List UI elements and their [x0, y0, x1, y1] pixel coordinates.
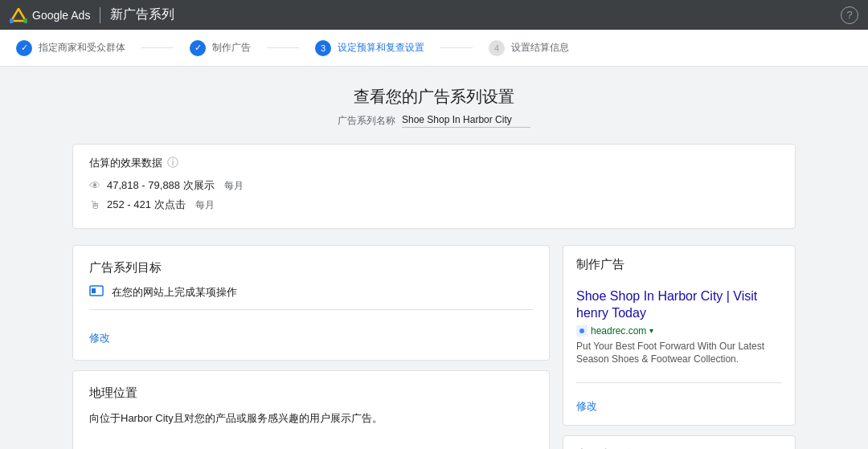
steps-bar: ✓ 指定商家和受众群体 ✓ 制作广告 3 设定预算和复查设置 4 设置结算信息 — [0, 30, 868, 67]
step-2-label: 制作广告 — [212, 41, 251, 55]
goal-edit-link[interactable]: 修改 — [89, 331, 110, 345]
step-separator-2 — [267, 47, 299, 48]
step-1[interactable]: ✓ 指定商家和受众群体 — [16, 40, 138, 56]
cursor-icon: 🖱 — [89, 198, 100, 211]
campaign-name-row: 广告系列名称 Shoe Shop In Harbor City — [72, 114, 796, 128]
goal-icon — [89, 285, 104, 300]
section-title: 查看您的广告系列设置 — [72, 86, 796, 108]
header-logo: Google Ads — [10, 6, 90, 24]
step-4-label: 设置结算信息 — [511, 41, 569, 55]
step-3-label: 设定预算和复查设置 — [338, 41, 424, 55]
step-3[interactable]: 3 设定预算和复查设置 — [302, 40, 437, 56]
goal-text: 在您的网站上完成某项操作 — [112, 285, 237, 300]
left-col: 广告系列目标 在您的网站上完成某项操作 修改 地理位置 — [72, 245, 550, 449]
location-card: 地理位置 向位于Harbor City且对您的产品或服务感兴趣的用户展示广告。 … — [72, 370, 550, 449]
header-divider — [100, 7, 100, 23]
ad-url-favicon — [576, 325, 588, 337]
step-2[interactable]: ✓ 制作广告 — [177, 40, 264, 56]
two-col-layout: 广告系列目标 在您的网站上完成某项操作 修改 地理位置 — [72, 245, 796, 449]
ad-url-arrow: ▾ — [649, 326, 653, 335]
ad-url-row: headrec.com ▾ — [576, 325, 782, 337]
goal-item: 在您的网站上完成某项操作 — [89, 285, 533, 300]
step-4-circle: 4 — [489, 40, 505, 56]
campaign-goal-card: 广告系列目标 在您的网站上完成某项操作 修改 — [72, 245, 550, 361]
estimates-title: 估算的效果数据 — [89, 156, 162, 170]
ad-url: headrec.com — [591, 325, 646, 337]
clicks-row: 🖱 252 - 421 次点击 每月 — [89, 198, 779, 212]
impressions-per: 每月 — [224, 179, 244, 193]
impressions-row: 👁 47,818 - 79,888 次展示 每月 — [89, 178, 779, 193]
step-3-circle: 3 — [315, 40, 331, 56]
clicks-value: 252 - 421 次点击 — [107, 198, 186, 212]
svg-point-6 — [579, 329, 584, 333]
ad-preview-title: 制作广告 — [576, 257, 782, 272]
products-card: 产品和服务 Shoes Online footwear shoe stores … — [563, 435, 796, 449]
ad-preview-content: Shoe Shop In Harbor City | Visit henry T… — [576, 282, 782, 373]
location-text: 向位于Harbor City且对您的产品或服务感兴趣的用户展示广告。 — [89, 410, 533, 427]
estimates-header: 估算的效果数据 ⓘ — [89, 156, 779, 170]
svg-rect-4 — [92, 288, 96, 293]
step-4[interactable]: 4 设置结算信息 — [476, 40, 582, 56]
campaign-name-value: Shoe Shop In Harbor City — [402, 114, 530, 128]
step-2-circle: ✓ — [190, 40, 206, 56]
app-name: Google Ads — [32, 9, 90, 22]
right-col: 制作广告 Shoe Shop In Harbor City | Visit he… — [563, 245, 796, 449]
help-icon: ? — [846, 9, 852, 21]
ad-description: Put Your Best Foot Forward With Our Late… — [576, 340, 782, 367]
campaign-goal-title: 广告系列目标 — [89, 260, 533, 276]
estimates-box: 估算的效果数据 ⓘ 👁 47,818 - 79,888 次展示 每月 🖱 252… — [72, 144, 796, 229]
ad-edit-link[interactable]: 修改 — [576, 399, 597, 414]
location-title: 地理位置 — [89, 386, 533, 401]
impressions-value: 47,818 - 79,888 次展示 — [107, 178, 215, 193]
header: Google Ads 新广告系列 ? — [0, 0, 868, 30]
campaign-name-label: 广告系列名称 — [338, 114, 395, 128]
main-content: 查看您的广告系列设置 广告系列名称 Shoe Shop In Harbor Ci… — [72, 67, 796, 449]
step-1-label: 指定商家和受众群体 — [39, 41, 125, 55]
help-button[interactable]: ? — [841, 6, 858, 24]
step-1-circle: ✓ — [16, 40, 32, 56]
page-title: 新广告系列 — [110, 6, 174, 23]
ad-preview-card: 制作广告 Shoe Shop In Harbor City | Visit he… — [563, 245, 796, 426]
step-separator-1 — [141, 47, 174, 48]
ad-headline: Shoe Shop In Harbor City | Visit henry T… — [576, 288, 782, 322]
step-separator-3 — [440, 47, 473, 48]
info-icon[interactable]: ⓘ — [167, 156, 178, 170]
google-ads-icon — [10, 6, 27, 24]
eye-icon: 👁 — [89, 179, 100, 192]
clicks-per: 每月 — [195, 198, 215, 212]
svg-marker-0 — [11, 9, 26, 21]
